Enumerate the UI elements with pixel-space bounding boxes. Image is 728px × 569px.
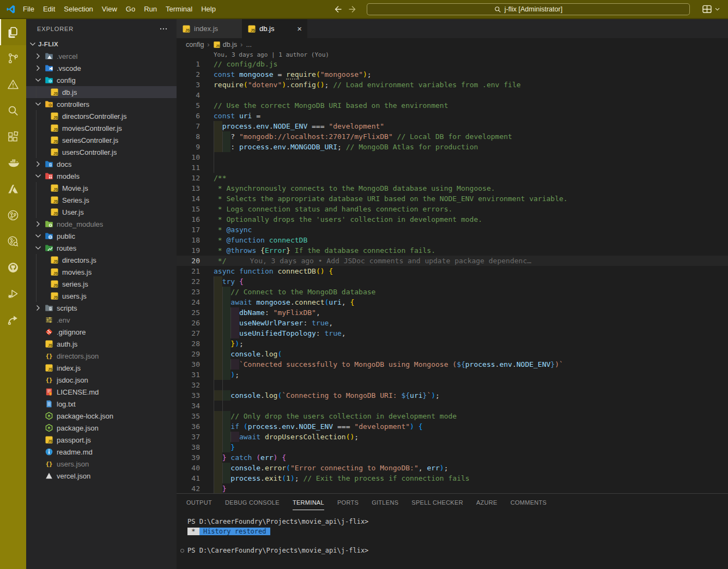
line-number: 17	[177, 225, 200, 235]
nav-back-button[interactable]	[334, 5, 343, 14]
activity-extensions-icon[interactable]	[0, 124, 26, 150]
tree-item-directors.json[interactable]: {}directors.json	[26, 350, 177, 362]
panel-tab-output[interactable]: OUTPUT	[186, 494, 212, 510]
tree-item-moviesController.js[interactable]: JSmoviesController.js	[26, 122, 177, 134]
tree-item-seriesController.js[interactable]: JSseriesController.js	[26, 134, 177, 146]
tree-item-users.json[interactable]: {}users.json	[26, 458, 177, 470]
activity-source-control-icon[interactable]	[0, 45, 26, 71]
menu-selection[interactable]: Selection	[59, 0, 97, 18]
activity-docker-icon[interactable]	[0, 150, 26, 176]
tree-root-J-FLIX[interactable]: J-FLIX	[26, 38, 177, 50]
panel-tab-ports[interactable]: PORTS	[337, 494, 359, 510]
svg-text:JS: JS	[53, 116, 58, 119]
menu-file[interactable]: File	[19, 0, 39, 18]
tree-item-Movie.js[interactable]: JSMovie.js	[26, 182, 177, 194]
activity-gitlens-inspect-icon[interactable]	[0, 228, 26, 255]
tree-item-public[interactable]: public	[26, 230, 177, 242]
codelens-blame[interactable]: You, 3 days ago | 1 author (You)	[177, 51, 728, 59]
chevron-down-icon[interactable]	[714, 6, 720, 12]
menu-terminal[interactable]: Terminal	[161, 0, 197, 18]
tree-item-LICENSE.md[interactable]: LICENSE.md	[26, 386, 177, 398]
terminal[interactable]: PS D:\CareerFoundry\Projects\movie_api\j…	[177, 511, 728, 569]
tree-item-controllers[interactable]: controllers	[26, 98, 177, 110]
tree-item-usersController.js[interactable]: JSusersController.js	[26, 146, 177, 158]
tree-item-docs[interactable]: docs	[26, 158, 177, 170]
line-content: async function connectDB() {	[214, 266, 333, 276]
nav-forward-button[interactable]	[348, 5, 356, 14]
panel-tab-comments[interactable]: COMMENTS	[511, 494, 547, 510]
code-line-18: 18 * @function connectDB	[177, 235, 728, 245]
tree-item-auth.js[interactable]: JSauth.js	[26, 338, 177, 350]
tree-item-directorsController.js[interactable]: JSdirectorsController.js	[26, 110, 177, 122]
panel-tab-debug-console[interactable]: DEBUG CONSOLE	[225, 494, 280, 510]
tree-item-series.js[interactable]: JSseries.js	[26, 278, 177, 290]
activity-live-share-icon[interactable]	[0, 307, 26, 333]
line-content: );	[214, 370, 239, 380]
tree-item-users.js[interactable]: JSusers.js	[26, 290, 177, 302]
activity-run-debug-icon[interactable]	[0, 281, 26, 307]
code-area[interactable]: You, 3 days ago | 1 author (You) 1// con…	[177, 51, 728, 493]
tree-item-node_modules[interactable]: node_modules	[26, 218, 177, 230]
command-decoration-icon[interactable]	[180, 549, 184, 553]
code-line-10: 10	[177, 152, 728, 162]
tree-item-.gitignore[interactable]: .gitignore	[26, 326, 177, 338]
tree-item-routes[interactable]: routes	[26, 242, 177, 254]
tree-item-.env[interactable]: .env	[26, 314, 177, 326]
breadcrumb-item[interactable]: db.js	[223, 41, 237, 49]
activity-warning-icon[interactable]	[0, 71, 26, 98]
tree-item-package.json[interactable]: package.json	[26, 422, 177, 434]
menu-run[interactable]: Run	[139, 0, 161, 18]
tree-item-vercel.json[interactable]: vercel.json	[26, 470, 177, 482]
menu-edit[interactable]: Edit	[39, 0, 59, 18]
js-icon: JS	[50, 148, 59, 156]
breadcrumb-item[interactable]: ...	[246, 41, 251, 49]
activity-explorer-icon[interactable]	[0, 19, 26, 45]
npm-icon	[45, 411, 53, 420]
indent-guide	[230, 328, 231, 338]
panel-tab-azure[interactable]: AZURE	[476, 494, 498, 510]
tab-db.js[interactable]: JSdb.js×	[242, 19, 307, 38]
terminal-line: * History restored	[187, 527, 728, 537]
tree-item-log.txt[interactable]: log.txt	[26, 398, 177, 410]
panel-tab-gitlens[interactable]: GITLENS	[372, 494, 398, 510]
panel-tab-terminal[interactable]: TERMINAL	[293, 494, 324, 510]
tree-item-scripts[interactable]: scripts	[26, 302, 177, 314]
line-content: }	[214, 442, 235, 452]
tree-item-package-lock.json[interactable]: package-lock.json	[26, 410, 177, 422]
customize-layout-icon[interactable]	[701, 3, 713, 15]
tree-item-movies.js[interactable]: JSmovies.js	[26, 266, 177, 278]
tree-item-db.js[interactable]: JSdb.js	[26, 86, 177, 98]
menu-help[interactable]: Help	[197, 0, 220, 18]
tree-item-index.js[interactable]: JSindex.js	[26, 362, 177, 374]
line-number: 12	[177, 173, 200, 183]
more-actions-icon[interactable]	[159, 25, 168, 33]
breadcrumb-item[interactable]: config	[186, 41, 204, 49]
command-center-search[interactable]: j-flix [Administrator]	[367, 3, 690, 15]
js-icon: JS	[50, 208, 59, 216]
code-line-4: 4	[177, 90, 728, 100]
tree-item-config[interactable]: config	[26, 74, 177, 86]
tree-item-directors.js[interactable]: JSdirectors.js	[26, 254, 177, 266]
svg-text:{}: {}	[46, 353, 53, 359]
menu-view[interactable]: View	[98, 0, 122, 18]
menu-go[interactable]: Go	[122, 0, 139, 18]
activity-azure-icon[interactable]	[0, 176, 26, 202]
close-tab-icon[interactable]: ×	[297, 25, 302, 33]
tree-item-models[interactable]: models	[26, 170, 177, 182]
activity-search-icon[interactable]	[0, 98, 26, 124]
panel-tab-spell-checker[interactable]: SPELL CHECKER	[411, 494, 463, 510]
tree-item-Series.js[interactable]: JSSeries.js	[26, 194, 177, 206]
indent-rainbow-band	[214, 121, 222, 131]
activity-github-icon[interactable]	[0, 255, 26, 281]
tree-item-User.js[interactable]: JSUser.js	[26, 206, 177, 218]
tab-index.js[interactable]: JSindex.js	[177, 19, 242, 38]
tree-item-.vscode[interactable]: .vscode	[26, 62, 177, 74]
tree-item-passport.js[interactable]: JSpassport.js	[26, 434, 177, 446]
activity-gitlens-icon[interactable]	[0, 202, 26, 228]
line-number: 8	[177, 131, 200, 142]
tree-item-.vercel[interactable]: .vercel	[26, 50, 177, 62]
tree-item-readme.md[interactable]: readme.md	[26, 446, 177, 458]
breadcrumb[interactable]: config›JSdb.js›...	[177, 38, 728, 51]
tree-item-jsdoc.json[interactable]: {}jsdoc.json	[26, 374, 177, 386]
tree-item-label: directors.js	[62, 256, 96, 264]
